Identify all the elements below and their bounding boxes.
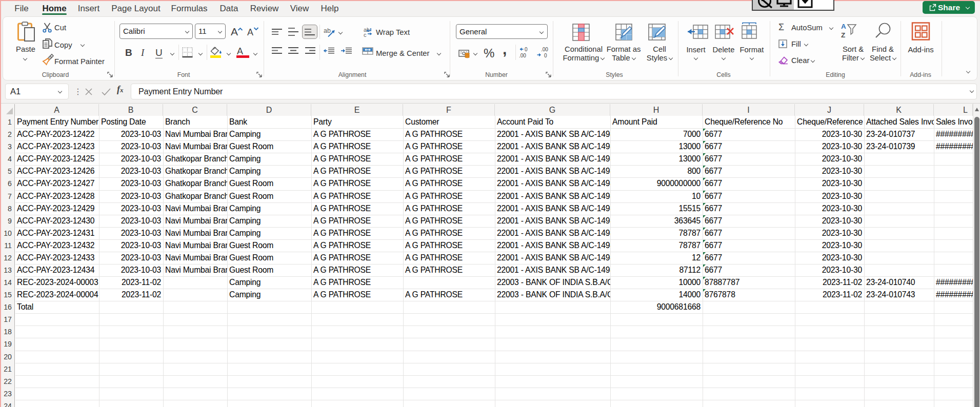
- svg-text:c: c: [364, 32, 367, 38]
- svg-text:.00: .00: [519, 53, 526, 58]
- svg-text:.00: .00: [541, 47, 548, 52]
- svg-text:ab: ab: [324, 27, 331, 34]
- svg-text:0: 0: [525, 47, 528, 52]
- svg-text:A: A: [841, 23, 846, 30]
- svg-text:0: 0: [544, 53, 547, 58]
- svg-text:Z: Z: [841, 31, 845, 39]
